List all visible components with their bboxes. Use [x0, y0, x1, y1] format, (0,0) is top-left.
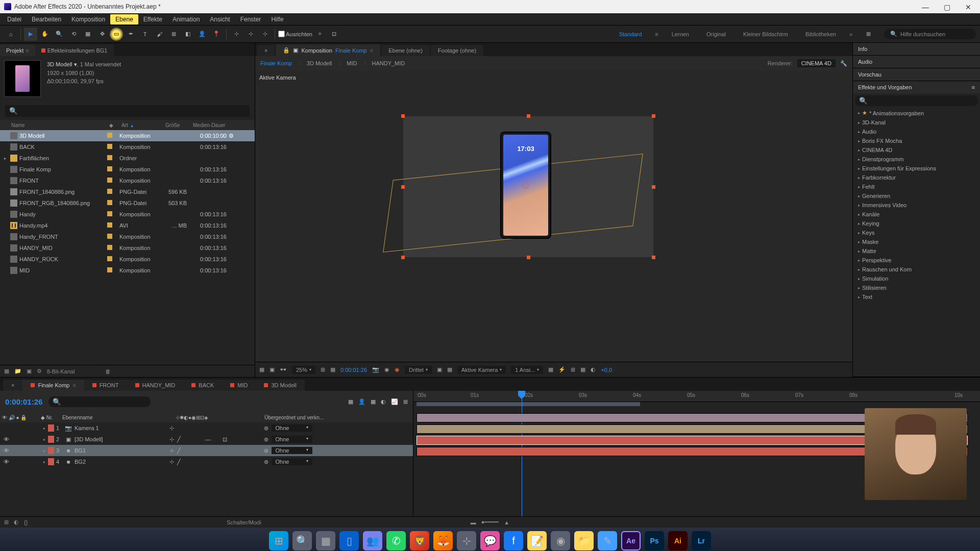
tl-toggle-switches[interactable]: ⊞: [4, 519, 9, 525]
effect-category[interactable]: ▸3D-Kanal: [855, 118, 978, 127]
layer-row[interactable]: 👁▸4■BG2⊹╱⊚Ohne ▾: [0, 456, 413, 467]
zoom-out-icon[interactable]: ▬: [471, 519, 476, 525]
tl-comp-mini[interactable]: ▦: [348, 398, 353, 405]
bit-depth[interactable]: 8-Bit-Kanal: [47, 368, 75, 374]
grid-toggle[interactable]: ▦: [330, 366, 335, 373]
ws-overflow-icon[interactable]: »: [849, 31, 852, 37]
taskbar-taskview[interactable]: ▦: [316, 531, 335, 550]
project-item[interactable]: HANDY_RÜCKKomposition0:00:13:16: [0, 254, 255, 265]
time-ruler[interactable]: :00s01s02s03s04s05s06s07s08s10s: [413, 391, 980, 402]
crumb-2[interactable]: MID: [347, 60, 357, 66]
panel-info[interactable]: Info: [853, 43, 980, 55]
taskbar-notes[interactable]: 📝: [527, 531, 547, 550]
zoom-dropdown[interactable]: 25% ▾: [292, 366, 315, 374]
menu-bearbeiten[interactable]: Bearbeiten: [27, 14, 66, 24]
hand-tool[interactable]: ✋: [38, 28, 52, 41]
new-comp-icon[interactable]: ▣: [27, 368, 32, 374]
effect-category[interactable]: ▸★* Animationsvorgaben: [855, 108, 978, 118]
effect-category[interactable]: ▸Audio: [855, 127, 978, 136]
workspace-bibliotheken[interactable]: Bibliotheken: [801, 29, 840, 39]
clone-tool[interactable]: ⊞: [167, 28, 180, 41]
panel-menu-icon[interactable]: ≡: [972, 84, 975, 90]
project-search[interactable]: [5, 105, 250, 117]
effect-category[interactable]: ▸Simulation: [855, 274, 978, 283]
effect-category[interactable]: ▸Perspektive: [855, 256, 978, 265]
effect-category[interactable]: ▸Maske: [855, 237, 978, 246]
project-item[interactable]: HANDY_MIDKomposition0:00:13:16: [0, 242, 255, 254]
taskbar-app1[interactable]: ⊹: [457, 531, 476, 550]
zoom-in-icon[interactable]: ▲: [504, 519, 509, 525]
minimize-button[interactable]: —: [922, 3, 929, 10]
timeline-sync[interactable]: ⊞: [571, 366, 575, 373]
timeline-tab[interactable]: FRONT: [84, 380, 127, 391]
home-button[interactable]: ⌂: [4, 28, 17, 41]
ws-toggle[interactable]: ⊞: [862, 28, 875, 41]
flowchart[interactable]: ▦: [580, 366, 585, 373]
viewer-close[interactable]: ×: [257, 45, 275, 56]
taskbar-teams[interactable]: 👥: [363, 531, 382, 550]
col-size[interactable]: Größe: [165, 122, 193, 128]
timeline-tab[interactable]: 3D Modell: [256, 380, 305, 391]
taskbar-aftereffects[interactable]: Ae: [621, 531, 641, 550]
interpret-icon[interactable]: ▦: [4, 368, 9, 374]
panel-effects[interactable]: Effekte und Vorgaben≡: [853, 81, 980, 93]
viewer-tab-footage[interactable]: Footage (ohne): [431, 45, 483, 56]
zoom-slider[interactable]: ●━━━━: [481, 519, 499, 525]
workspace-kleiner[interactable]: Kleiner Bildschirm: [739, 29, 792, 39]
tl-toggle-in-out[interactable]: {}: [24, 519, 28, 525]
project-item[interactable]: BACKKomposition0:00:13:16: [0, 141, 255, 153]
orbit-tool[interactable]: ⟲: [67, 28, 80, 41]
crumb-0[interactable]: Finale Komp: [260, 60, 292, 66]
project-item[interactable]: FRONT_RGB_1840886.pngPNG-Datei503 KB: [0, 197, 255, 209]
timeline-tab[interactable]: BACK: [183, 380, 222, 391]
tab-project[interactable]: Projekt ≡: [0, 44, 35, 56]
taskbar-files[interactable]: 📁: [574, 531, 594, 550]
workspace-standard[interactable]: Standard: [615, 29, 646, 39]
viewer-tab-layer[interactable]: Ebene (ohne): [381, 45, 430, 56]
menu-effekte[interactable]: Effekte: [138, 14, 167, 24]
composition-viewport[interactable]: Aktive Kamera 17:03: [255, 70, 852, 362]
timeline-tab[interactable]: HANDY_MID: [127, 380, 184, 391]
maximize-button[interactable]: ▢: [943, 3, 950, 10]
project-item[interactable]: ▸FarbflächenOrdner: [0, 153, 255, 164]
menu-datei[interactable]: Datei: [2, 14, 27, 24]
project-item[interactable]: 3D ModellKomposition0:00:10:00⚙: [0, 130, 255, 141]
taskbar-illustrator[interactable]: Ai: [668, 531, 688, 550]
snap-opts[interactable]: ✧: [313, 28, 327, 41]
panel-preview[interactable]: Vorschau: [853, 68, 980, 81]
menu-fenster[interactable]: Fenster: [235, 14, 266, 24]
timeline-tracks[interactable]: :00s01s02s03s04s05s06s07s08s10s: [413, 391, 980, 516]
menu-komposition[interactable]: Komposition: [66, 14, 110, 24]
puppet-tool[interactable]: 📍: [210, 28, 223, 41]
effect-category[interactable]: ▸Kanäle: [855, 210, 978, 219]
effect-category[interactable]: ▸Keys: [855, 228, 978, 237]
safe-zones[interactable]: ⊞: [321, 366, 325, 373]
menu-ansicht[interactable]: Ansicht: [205, 14, 235, 24]
timecode[interactable]: 0:00:01:26: [5, 397, 42, 406]
pixel-aspect[interactable]: ▦: [548, 366, 553, 373]
ws-menu-icon[interactable]: ≡: [655, 31, 658, 37]
timeline-tab[interactable]: MID: [222, 380, 256, 391]
layer-row[interactable]: ▸1📷Kamera 1⊹⊚Ohne ▾: [0, 422, 413, 434]
effect-category[interactable]: ▸Boris FX Mocha: [855, 136, 978, 145]
mask-toggle[interactable]: 👓: [280, 366, 287, 373]
lock-icon[interactable]: 🔒: [283, 47, 290, 54]
tl-toggle-modes[interactable]: ◐: [14, 519, 19, 525]
panel-audio[interactable]: Audio: [853, 56, 980, 68]
project-item[interactable]: MIDKomposition0:00:13:16: [0, 265, 255, 276]
eraser-tool[interactable]: ◧: [181, 28, 194, 41]
project-item[interactable]: Handy_FRONTKomposition0:00:13:16: [0, 231, 255, 242]
taskbar-search[interactable]: 🔍: [292, 531, 312, 550]
rectangle-tool[interactable]: ▭: [110, 28, 123, 41]
renderer-value[interactable]: CINEMA 4D: [797, 59, 836, 67]
fast-preview[interactable]: ⚡: [558, 366, 566, 373]
alpha-toggle[interactable]: ▦: [259, 366, 264, 373]
col-label[interactable]: ◆: [109, 122, 121, 128]
tl-close[interactable]: ×: [3, 380, 22, 391]
local-axis[interactable]: ⊹: [230, 28, 243, 41]
zoom-tool[interactable]: 🔍: [53, 28, 66, 41]
switch-modes-label[interactable]: Schalter/Modi: [227, 519, 261, 525]
crumb-3[interactable]: HANDY_MID: [372, 60, 405, 66]
taskbar-whatsapp[interactable]: ✆: [386, 531, 406, 550]
selection-tool[interactable]: ▶: [24, 28, 37, 41]
